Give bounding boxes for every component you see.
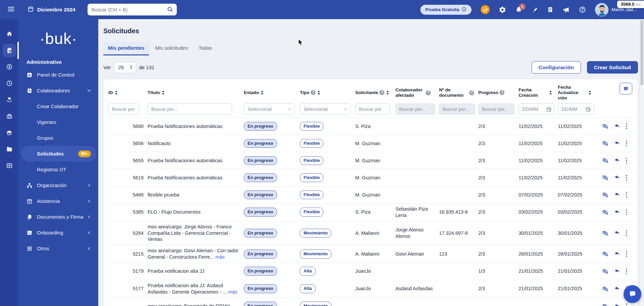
column-header-titulo[interactable]: Título [148,90,244,95]
kebab-menu-icon[interactable] [626,303,628,306]
reply-icon[interactable] [614,140,621,147]
bell-icon[interactable]: 5 [515,6,522,13]
reply-icon[interactable] [614,268,621,275]
column-header-progreso[interactable]: Progreso ? [478,90,519,95]
reply-icon[interactable] [614,191,621,198]
kebab-menu-icon[interactable] [626,157,628,164]
kebab-menu-icon[interactable] [626,209,628,216]
filter-date-fcreacion[interactable] [519,103,555,115]
view-detail-icon[interactable] [602,251,609,257]
rail-item-coin[interactable]: $ [3,60,16,74]
kebab-menu-icon[interactable] [626,140,628,147]
swirl-icon[interactable] [481,5,490,14]
sidebar-item-solicitudes[interactable]: Solicitudes 99+ [21,146,96,162]
reply-icon[interactable] [614,209,621,216]
help-circle-icon[interactable] [579,6,586,13]
filter-input-solicitante[interactable] [355,103,390,115]
help-icon[interactable]: ? [469,90,474,95]
pin-icon[interactable] [531,6,538,13]
column-header-solicitante[interactable]: Solicitante ? [355,90,395,95]
rail-item-archive[interactable] [3,159,16,172]
tab-mis-solicitudes[interactable]: Mis solicitudes [150,42,193,55]
reply-icon[interactable] [614,230,621,236]
sidebar-item-crear-colaborador[interactable]: Crear Colaborador [18,98,98,114]
sort-icon[interactable] [114,90,118,95]
sidebar-item-grupos[interactable]: Grupos [18,130,98,146]
view-detail-icon[interactable] [602,140,609,147]
filter-select-estado[interactable]: Seleccionar [244,103,295,115]
sidebar-item-registros-dt[interactable]: Registros DT [18,162,98,177]
tab-mis-pendientes[interactable]: Mis pendientes [103,42,149,55]
reply-icon[interactable] [614,123,621,130]
page-scrollbar[interactable] [639,19,644,306]
megaphone-icon[interactable] [562,6,570,13]
search-icon[interactable] [167,6,173,14]
rail-item-home[interactable] [3,27,16,41]
kebab-menu-icon[interactable] [626,174,628,181]
reply-icon[interactable] [614,157,621,164]
kebab-menu-icon[interactable] [626,251,628,257]
kebab-menu-icon[interactable] [626,268,628,275]
reply-icon[interactable] [614,286,621,292]
period-selector[interactable]: Diciembre 2024 [28,6,75,13]
sort-icon[interactable] [260,90,264,95]
note-icon[interactable] [547,6,553,13]
rail-item-graduation-cap[interactable] [3,126,16,139]
help-icon[interactable]: ? [311,90,316,95]
kebab-menu-icon[interactable] [626,230,628,236]
scrollbar-thumb[interactable] [640,20,643,85]
view-detail-icon[interactable] [602,209,609,216]
reply-icon[interactable] [614,303,621,306]
filter-input-id[interactable] [108,103,139,115]
page-size-select[interactable]: 25 [114,62,136,73]
view-detail-icon[interactable] [602,303,609,306]
sidebar-item-vigentes[interactable]: Vigentes [18,114,98,130]
rail-item-clock[interactable] [3,77,16,90]
rail-item-clipboard-clock[interactable] [3,44,16,57]
sidebar-item-panel-de-control[interactable]: Panel de Control [18,67,98,83]
sidebar-item-otros[interactable]: Otros [18,241,98,256]
help-icon[interactable]: ? [379,90,384,95]
help-icon[interactable]: ? [499,90,504,95]
sort-icon[interactable] [386,90,389,95]
hamburger-menu-icon[interactable] [7,5,15,14]
columns-settings-button[interactable] [620,83,632,94]
view-detail-icon[interactable] [602,286,609,292]
trial-badge[interactable]: Prueba Gratuita [420,5,472,15]
view-detail-icon[interactable] [602,174,609,181]
sort-icon[interactable] [161,90,165,95]
search-input[interactable] [88,4,177,15]
more-link[interactable]: más [215,254,224,260]
sidebar-item-onboarding[interactable]: Onboarding [18,225,98,241]
view-detail-icon[interactable] [602,268,609,275]
kebab-menu-icon[interactable] [626,123,628,130]
create-request-button[interactable]: Crear Solicitud [587,61,638,74]
filter-select-tipo[interactable]: Seleccionar [300,103,351,115]
sort-icon[interactable] [317,90,321,95]
more-link[interactable]: más [228,289,237,295]
view-detail-icon[interactable] [602,230,609,236]
sidebar-item-colaboradores[interactable]: Colaboradores [18,83,98,98]
filter-date-factualizacion[interactable] [558,103,594,115]
reply-icon[interactable] [614,174,621,181]
rail-item-suitcase[interactable] [3,110,16,123]
column-header-colaborador[interactable]: Colaborador afectado ? [395,87,439,98]
column-header-id[interactable]: ID [108,90,148,95]
column-header-documento[interactable]: Nº de documento ? [439,87,478,98]
gear-icon[interactable] [499,6,506,13]
tab-todas[interactable]: Todas [194,42,217,55]
column-header-tipo[interactable]: Tipo ? [300,90,355,95]
sidebar-item-asistencia[interactable]: Asistencia [18,193,98,209]
sort-icon[interactable] [588,90,592,95]
view-detail-icon[interactable] [602,157,609,164]
kebab-menu-icon[interactable] [626,191,628,198]
chat-fab-button[interactable] [624,285,641,303]
sidebar-item-organizaci-n[interactable]: Organización [18,177,98,193]
view-detail-icon[interactable] [602,123,609,130]
column-header-factualizacion[interactable]: Fecha Actualiza- ción [558,85,601,101]
filter-input-titulo[interactable] [148,103,232,115]
rail-item-folder[interactable] [3,142,16,156]
sort-icon[interactable] [549,90,552,95]
column-header-fcreacion[interactable]: Fecha Creación [519,87,558,98]
sidebar-item-documentos-y-firma[interactable]: Documentos y Firma [18,209,98,225]
